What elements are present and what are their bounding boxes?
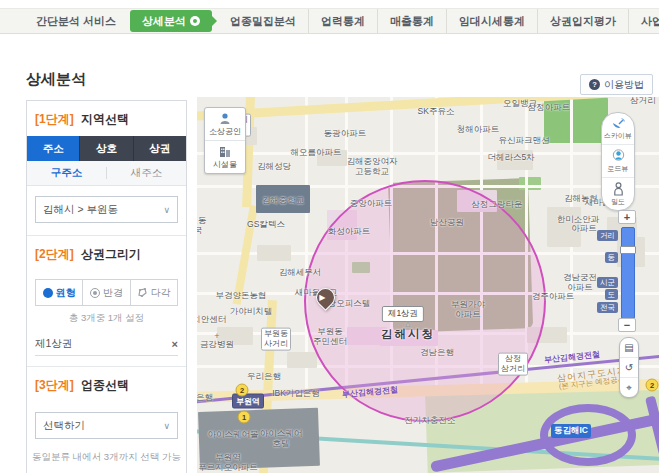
- step1-header: [1단계] 지역선택: [27, 101, 186, 136]
- nav-tab[interactable]: 업종밀집분석: [218, 9, 308, 33]
- map-decoration: [217, 327, 253, 345]
- tab-store-name[interactable]: 상호: [79, 136, 132, 161]
- area-measure-button[interactable]: ▤: [620, 338, 638, 357]
- page: 간단분석 서비스상세분석업종밀집분석업력통계매출통계임대시세통계상권입지평가사업…: [0, 0, 659, 473]
- nav-tab[interactable]: 매출통계: [377, 9, 446, 33]
- trade-area-circle[interactable]: [304, 180, 546, 422]
- category-select[interactable]: 선택하기 ∨: [35, 412, 178, 439]
- zoom-preset-4[interactable]: 도: [605, 289, 619, 300]
- step1-badge: [1단계]: [35, 112, 74, 126]
- shape-circle-option[interactable]: 원형: [36, 280, 82, 305]
- roadview-icon: [611, 149, 626, 163]
- map-decoration: [519, 177, 541, 190]
- zoom-preset-5[interactable]: 전국: [597, 302, 618, 313]
- category-select-value: 선택하기: [43, 419, 85, 433]
- subtab-new-address[interactable]: 새주소: [107, 166, 186, 180]
- zoom-out-button[interactable]: −: [618, 318, 636, 332]
- step2-header: [2단계] 상권그리기: [27, 236, 186, 271]
- skyview-icon: [611, 117, 626, 130]
- marker-flag-icon: ▶: [319, 293, 325, 302]
- map-decoration: [497, 150, 533, 170]
- nav-tab[interactable]: 간단분석 서비스: [24, 9, 128, 33]
- map-canvas[interactable]: 제일교회 사거리동광아파트해오름아파트김해성당김해중앙여자 고등학교오일뱅크삼정…: [197, 97, 659, 473]
- small-business-icon: [218, 112, 232, 125]
- shape-radius-option[interactable]: 반경: [82, 280, 129, 305]
- tab-trade-area[interactable]: 상권: [133, 136, 186, 161]
- zoom-preset-1[interactable]: 거리: [597, 230, 618, 241]
- map-decoration: [317, 150, 347, 166]
- density-label: 밀도: [611, 197, 625, 207]
- skyview-button[interactable]: 스카이뷰: [602, 113, 634, 144]
- region-select-value: 김해시 > 부원동: [43, 203, 118, 217]
- shape-circle-label: 원형: [56, 286, 76, 300]
- nav-tabs: 간단분석 서비스상세분석업종밀집분석업력통계매출통계임대시세통계상권입지평가사업…: [0, 9, 659, 33]
- map-place-label: 가야비치텔: [230, 306, 273, 316]
- help-icon: ?: [589, 79, 600, 90]
- trade-area-row: 제1상권 ×: [35, 332, 178, 356]
- nav-tab[interactable]: 임대시세통계: [446, 9, 537, 33]
- roadview-button[interactable]: 로드뷰: [602, 144, 634, 177]
- reset-view-button[interactable]: ↺: [620, 357, 638, 377]
- address-subtabs: 구주소 새주소: [27, 161, 186, 186]
- subtab-old-address[interactable]: 구주소: [27, 166, 106, 180]
- shape-polygon-option[interactable]: 다각: [130, 280, 177, 305]
- map-decoration: [197, 152, 659, 155]
- current-location-button[interactable]: ⌖: [620, 377, 638, 397]
- circle-icon: [43, 288, 53, 298]
- address-tabs: 주소 상호 상권: [27, 136, 186, 161]
- help-button-label: 이용방법: [604, 78, 644, 92]
- map-layer-buttons: 소상공인 시설물: [204, 107, 246, 174]
- facilities-layer-button[interactable]: 시설물: [205, 140, 245, 173]
- page-title: 상세분석: [26, 70, 86, 89]
- polygon-icon: [137, 287, 148, 298]
- map-decoration: [540, 404, 636, 466]
- small-business-label: 소상공인: [209, 126, 241, 137]
- analysis-panel: [1단계] 지역선택 주소 상호 상권 구주소 새주소 김해시 > 부원동 ∨ …: [26, 100, 187, 473]
- chevron-down-icon: ∨: [163, 205, 170, 215]
- remove-area-button[interactable]: ×: [172, 338, 178, 350]
- density-icon: [612, 182, 625, 196]
- step2-title: 상권그리기: [81, 247, 141, 261]
- nav-tab[interactable]: 사업자경영평가: [628, 9, 659, 33]
- zoom-slider-handle[interactable]: [620, 246, 636, 254]
- nav-tab[interactable]: 상세분석: [130, 10, 212, 32]
- shape-options: 원형 반경 다각: [35, 279, 178, 306]
- area-count-summary: 총 3개중 1개 설정: [27, 312, 186, 325]
- facilities-icon: [218, 145, 232, 158]
- map-place-label: 청해아파트: [457, 124, 500, 134]
- trade-area-name: 제1상권: [35, 337, 72, 351]
- map-decoration: [198, 408, 320, 470]
- zoom-preset-2[interactable]: 동: [605, 252, 619, 263]
- map-place-label: 원동 국: [197, 215, 207, 235]
- step3-header: [3단계] 업종선택: [27, 367, 186, 402]
- radius-icon: [90, 288, 100, 298]
- map-decoration: [547, 207, 581, 247]
- zoom-slider[interactable]: [621, 227, 635, 319]
- shape-radius-label: 반경: [103, 286, 123, 300]
- density-button[interactable]: 밀도: [602, 177, 634, 210]
- small-business-layer-button[interactable]: 소상공인: [205, 108, 245, 140]
- step2-badge: [2단계]: [35, 247, 74, 261]
- region-select[interactable]: 김해시 > 부원동 ∨: [35, 196, 178, 223]
- active-tab-icon: [190, 16, 200, 26]
- skyview-label: 스카이뷰: [604, 131, 632, 141]
- map-place-label: 유신파크맨션: [499, 135, 550, 145]
- step3-badge: [3단계]: [35, 378, 74, 392]
- step1-title: 지역선택: [81, 112, 129, 126]
- help-button[interactable]: ? 이용방법: [580, 74, 653, 95]
- map-place-label: 경남궁전 아파트: [563, 272, 597, 292]
- tab-address[interactable]: 주소: [27, 136, 79, 161]
- facilities-label: 시설물: [213, 159, 237, 170]
- zoom-preset-3[interactable]: 시군: [597, 277, 618, 288]
- roadview-label: 로드뷰: [608, 164, 629, 174]
- map-decoration: [544, 97, 608, 143]
- top-nav: 간단분석 서비스상세분석업종밀집분석업력통계매출통계임대시세통계상권입지평가사업…: [0, 8, 659, 34]
- nav-tab[interactable]: 상권입지평가: [537, 9, 628, 33]
- map-place-label: 자치안센터: [197, 314, 226, 324]
- map-tools: ▤ ↺ ⌖: [619, 337, 639, 398]
- map-decoration: [257, 245, 291, 261]
- map-decoration: [287, 352, 317, 368]
- step3-title: 업종선택: [81, 378, 129, 392]
- nav-tab[interactable]: 업력통계: [308, 9, 377, 33]
- zoom-in-button[interactable]: +: [618, 210, 636, 224]
